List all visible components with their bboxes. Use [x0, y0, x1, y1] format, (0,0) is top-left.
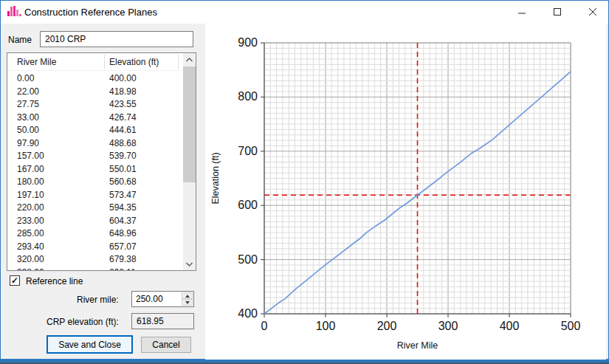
triangle-up-icon	[185, 295, 190, 298]
x-tick-label: 0	[261, 320, 268, 332]
spin-up-button[interactable]	[182, 292, 193, 299]
cell-elevation: 418.98	[109, 86, 137, 97]
checkmark-icon: ✓	[11, 275, 18, 286]
chevron-up-icon	[186, 58, 193, 62]
close-icon	[588, 7, 597, 16]
maximize-icon	[553, 7, 562, 16]
x-axis-title: River Mile	[397, 340, 438, 351]
x-tick-label: 400	[500, 320, 520, 332]
river-mile-label: River mile:	[77, 295, 119, 305]
y-tick-label: 600	[238, 199, 258, 211]
table-row[interactable]: 22.00418.98	[7, 85, 183, 98]
cell-river-mile: 180.00	[17, 176, 44, 187]
cell-river-mile: 50.00	[17, 125, 39, 135]
cell-river-mile: 338.00	[17, 267, 44, 271]
cell-elevation: 594.35	[109, 202, 137, 213]
window-title: Construction Reference Planes	[24, 7, 157, 18]
column-header-elevation[interactable]: Elevation (ft)	[109, 57, 159, 67]
table-row[interactable]: 285.00648.96	[7, 227, 183, 240]
x-tick-label: 200	[377, 320, 397, 332]
cell-elevation: 539.70	[109, 151, 137, 161]
scroll-up-button[interactable]	[183, 53, 196, 66]
name-label: Name	[8, 35, 32, 45]
save-and-close-button[interactable]: Save and Close	[47, 335, 133, 354]
y-tick-label: 800	[238, 90, 258, 103]
y-tick-label: 700	[238, 145, 258, 157]
cell-elevation: 604.37	[109, 216, 137, 226]
cell-river-mile: 197.10	[17, 190, 44, 200]
table-row[interactable]: 33.00426.74	[7, 111, 183, 124]
table-row[interactable]: 0.00400.00	[7, 72, 183, 85]
cell-river-mile: 320.00	[17, 254, 44, 264]
table-row[interactable]: 180.00560.68	[7, 175, 183, 188]
cell-elevation: 657.07	[109, 241, 137, 252]
y-tick-label: 500	[238, 253, 258, 266]
cell-elevation: 560.68	[109, 176, 137, 187]
table-row[interactable]: 157.00539.70	[7, 149, 183, 162]
cell-elevation: 423.55	[109, 99, 137, 109]
cell-elevation: 400.00	[109, 73, 137, 83]
name-input[interactable]: 2010 CRP	[40, 31, 193, 47]
cell-river-mile: 97.90	[17, 138, 39, 148]
cell-elevation: 679.38	[109, 254, 137, 264]
minimize-button[interactable]	[505, 1, 538, 23]
title-bar[interactable]: Construction Reference Planes	[1, 1, 608, 24]
cell-river-mile: 27.75	[17, 99, 39, 109]
cell-river-mile: 233.00	[17, 216, 44, 226]
x-tick-label: 300	[438, 320, 458, 332]
river-mile-value[interactable]: 250.00	[136, 294, 163, 304]
triangle-down-icon	[185, 301, 190, 304]
column-divider	[104, 55, 105, 69]
cell-elevation: 573.47	[109, 190, 137, 200]
minimize-icon	[517, 7, 526, 16]
y-axis-title: Elevation (ft)	[210, 152, 221, 204]
table-scrollbar[interactable]	[183, 53, 196, 270]
crp-table: River Mile Elevation (ft) 0.00400.0022.0…	[7, 52, 196, 271]
chevron-down-icon	[186, 262, 193, 267]
cell-river-mile: 293.40	[17, 241, 44, 252]
y-tick-label: 400	[238, 307, 258, 320]
cell-elevation: 648.96	[109, 228, 137, 238]
elevation-chart: 0100200300400500400500600700800900River …	[205, 24, 606, 360]
table-row[interactable]: 338.00696.11	[7, 266, 183, 271]
y-tick-label: 900	[238, 36, 258, 49]
x-tick-label: 100	[316, 320, 336, 332]
cell-river-mile: 167.00	[17, 164, 44, 174]
spin-down-button[interactable]	[182, 299, 193, 306]
cell-river-mile: 285.00	[17, 228, 44, 238]
table-row[interactable]: 50.00444.61	[7, 123, 183, 137]
table-row[interactable]: 197.10573.47	[7, 188, 183, 202]
table-row[interactable]: 167.00550.01	[7, 162, 183, 176]
table-row[interactable]: 27.75423.55	[7, 97, 183, 111]
crp-elevation-field: 618.95	[131, 313, 194, 329]
cell-river-mile: 220.00	[17, 202, 44, 213]
table-row[interactable]: 97.90488.68	[7, 137, 183, 150]
scroll-down-button[interactable]	[183, 258, 196, 270]
scrollbar-thumb[interactable]	[183, 66, 196, 182]
cell-river-mile: 0.00	[17, 73, 34, 83]
table-row[interactable]: 320.00679.38	[7, 253, 183, 266]
crp-elevation-label: CRP elevation (ft):	[47, 317, 119, 327]
close-button[interactable]	[576, 1, 609, 23]
reference-line-label: Reference line	[26, 276, 83, 286]
table-header[interactable]: River Mile Elevation (ft)	[7, 53, 183, 71]
chart-canvas: 0100200300400500400500600700800900River …	[205, 24, 606, 360]
river-mile-stepper[interactable]: 250.00	[131, 291, 194, 307]
maximize-button[interactable]	[540, 1, 574, 23]
cell-river-mile: 22.00	[17, 86, 39, 97]
table-row[interactable]: 220.00594.35	[7, 201, 183, 214]
app-bar-chart-icon	[7, 6, 22, 18]
cell-elevation: 696.11	[109, 267, 136, 271]
cell-river-mile: 33.00	[17, 112, 39, 123]
column-header-river-mile[interactable]: River Mile	[17, 57, 56, 67]
cell-elevation: 488.68	[109, 138, 137, 148]
cancel-button[interactable]: Cancel	[141, 337, 191, 353]
cell-river-mile: 157.00	[17, 151, 44, 161]
table-row[interactable]: 293.40657.07	[7, 240, 183, 253]
dialog-window: Construction Reference Planes Name 2010 …	[0, 0, 609, 360]
table-row[interactable]: 233.00604.37	[7, 214, 183, 227]
table-body: 0.00400.0022.00418.9827.75423.5533.00426…	[7, 72, 183, 270]
x-tick-label: 500	[561, 320, 581, 332]
cell-elevation: 444.61	[109, 125, 137, 135]
reference-line-checkbox[interactable]: ✓	[10, 275, 20, 286]
